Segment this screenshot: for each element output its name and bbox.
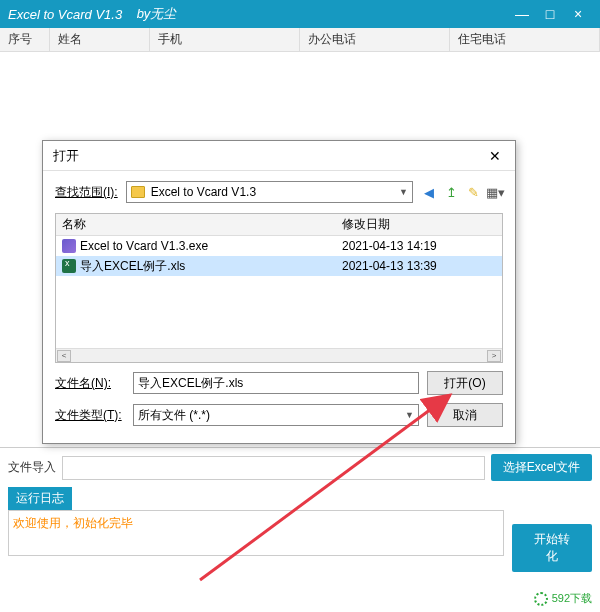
close-button[interactable]: × [564, 6, 592, 22]
col-office[interactable]: 办公电话 [300, 28, 450, 51]
col-home[interactable]: 住宅电话 [450, 28, 600, 51]
list-item[interactable]: Excel to Vcard V1.3.exe 2021-04-13 14:19 [56, 236, 502, 256]
select-excel-button[interactable]: 选择Excel文件 [491, 454, 592, 481]
log-output: 欢迎使用，初始化完毕 [8, 510, 504, 556]
up-icon[interactable]: ↥ [443, 184, 459, 200]
scroll-left-button[interactable]: < [57, 350, 71, 362]
app-author: by无尘 [137, 5, 177, 23]
file-path-field[interactable] [62, 456, 485, 480]
folder-icon [131, 186, 145, 198]
new-folder-icon[interactable]: ✎ [465, 184, 481, 200]
filetype-select[interactable]: 所有文件 (*.*) ▼ [133, 404, 419, 426]
maximize-button[interactable]: □ [536, 6, 564, 22]
filelist-col-name[interactable]: 名称 [56, 216, 336, 233]
exe-icon [62, 239, 76, 253]
filetype-label: 文件类型(T): [55, 407, 125, 424]
app-title: Excel to Vcard V1.3 [8, 7, 122, 22]
view-icon[interactable]: ▦▾ [487, 184, 503, 200]
col-mobile[interactable]: 手机 [150, 28, 300, 51]
watermark-text: 592下载 [552, 591, 592, 606]
file-name: 导入EXCEL例子.xls [80, 258, 185, 275]
scroll-right-button[interactable]: > [487, 350, 501, 362]
bottom-panel: 文件导入 选择Excel文件 运行日志 欢迎使用，初始化完毕 开始转化 [0, 448, 600, 578]
col-index[interactable]: 序号 [0, 28, 50, 51]
col-name[interactable]: 姓名 [50, 28, 150, 51]
open-button[interactable]: 打开(O) [427, 371, 503, 395]
title-bar: Excel to Vcard V1.3 by无尘 — □ × [0, 0, 600, 28]
filelist-col-date[interactable]: 修改日期 [336, 216, 502, 233]
file-date: 2021-04-13 13:39 [336, 259, 502, 273]
chevron-down-icon: ▼ [405, 410, 414, 420]
watermark: 592下载 [534, 591, 592, 606]
table-header: 序号 姓名 手机 办公电话 住宅电话 [0, 28, 600, 52]
file-list: 名称 修改日期 Excel to Vcard V1.3.exe 2021-04-… [55, 213, 503, 363]
watermark-icon [534, 592, 548, 606]
lookin-label: 查找范围(I): [55, 184, 118, 201]
file-name: Excel to Vcard V1.3.exe [80, 239, 208, 253]
cancel-button[interactable]: 取消 [427, 403, 503, 427]
start-convert-button[interactable]: 开始转化 [512, 524, 592, 572]
filename-input[interactable] [133, 372, 419, 394]
minimize-button[interactable]: — [508, 6, 536, 22]
open-file-dialog: 打开 ✕ 查找范围(I): Excel to Vcard V1.3 ▼ ◀ ↥ … [42, 140, 516, 444]
filename-label: 文件名(N): [55, 375, 125, 392]
dialog-close-button[interactable]: ✕ [485, 148, 505, 164]
folder-name: Excel to Vcard V1.3 [151, 185, 393, 199]
xls-icon [62, 259, 76, 273]
horizontal-scrollbar[interactable]: < > [56, 348, 502, 362]
file-date: 2021-04-13 14:19 [336, 239, 502, 253]
dialog-title: 打开 [53, 147, 485, 165]
runlog-label: 运行日志 [8, 487, 72, 510]
chevron-down-icon: ▼ [399, 187, 408, 197]
folder-combo[interactable]: Excel to Vcard V1.3 ▼ [126, 181, 413, 203]
filetype-value: 所有文件 (*.*) [138, 407, 210, 424]
file-import-label: 文件导入 [8, 459, 56, 476]
back-icon[interactable]: ◀ [421, 184, 437, 200]
list-item[interactable]: 导入EXCEL例子.xls 2021-04-13 13:39 [56, 256, 502, 276]
